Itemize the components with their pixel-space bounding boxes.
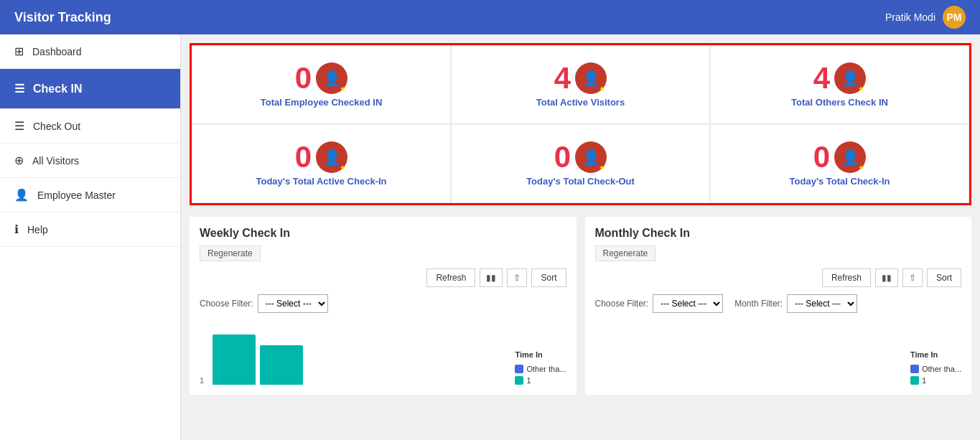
monthly-legend-item-1: Other tha... [910, 365, 961, 373]
stat-card-active-visitors: 4 👤 ★ Total Active Visitors [451, 45, 710, 124]
monthly-regenerate-button[interactable]: Regenerate [595, 245, 656, 261]
stat-label-today-active: Today's Total Active Check-In [256, 176, 386, 187]
stat-label-employee: Total Employee Checked IN [261, 97, 383, 108]
person-icon-2: 👤 [582, 70, 600, 87]
weekly-legend-label-1: Other tha... [526, 365, 566, 373]
stat-icon-employee: 👤 ★ [316, 62, 347, 94]
weekly-legend: Time In Other tha... 1 [515, 350, 566, 385]
star-icon-4: ★ [340, 164, 346, 172]
monthly-legend-label-1: Other tha... [922, 365, 961, 373]
stat-icon-active: 👤 ★ [575, 62, 607, 94]
monthly-filter-select[interactable]: --- Select --- [653, 294, 723, 313]
person-icon-4: 👤 [323, 149, 341, 166]
sidebar-label-dashboard: Dashboard [32, 46, 82, 57]
stat-top-today-checkin: 0 👤 ★ [813, 141, 866, 173]
avatar: PM [943, 6, 966, 29]
person-icon-5: 👤 [582, 149, 600, 166]
sidebar-label-employeemaster: Employee Master [37, 189, 116, 201]
sidebar-item-help[interactable]: ℹ Help [0, 212, 180, 247]
monthly-bars [604, 327, 897, 385]
weekly-upload-icon[interactable]: ⇧ [507, 268, 527, 287]
stat-icon-today-active: 👤 ★ [316, 141, 347, 173]
dashboard-icon: ⊞ [14, 45, 24, 58]
star-icon-6: ★ [858, 164, 864, 172]
weekly-sort-button[interactable]: Sort [531, 268, 566, 287]
weekly-legend-label-2: 1 [526, 376, 531, 385]
monthly-legend: Time In Other tha... 1 [910, 350, 961, 385]
weekly-regenerate-button[interactable]: Regenerate [200, 245, 261, 261]
weekly-chart-title: Weekly Check In [200, 227, 566, 240]
weekly-legend-item-1: Other tha... [515, 365, 566, 373]
charts-row: Weekly Check In Regenerate Refresh ▮▮ ⇧ … [190, 217, 971, 395]
person-icon-3: 👤 [841, 70, 859, 87]
stat-card-others: 4 👤 ★ Total Others Check IN [710, 45, 969, 124]
stat-number-employee: 0 [295, 63, 312, 93]
weekly-chart-toolbar: Refresh ▮▮ ⇧ Sort [200, 268, 566, 287]
stat-label-active: Total Active Visitors [536, 97, 625, 108]
monthly-legend-title: Time In [910, 350, 961, 359]
monthly-legend-label-2: 1 [922, 376, 926, 385]
monthly-sort-button[interactable]: Sort [927, 268, 961, 287]
monthly-refresh-button[interactable]: Refresh [822, 268, 871, 287]
weekly-legend-title: Time In [515, 350, 566, 359]
stat-card-employee: 0 👤 ★ Total Employee Checked IN [192, 45, 451, 124]
sidebar-item-dashboard[interactable]: ⊞ Dashboard [0, 34, 180, 69]
main-layout: ⊞ Dashboard ☰ Check IN ☰ Check Out ⊕ All… [0, 34, 980, 440]
weekly-refresh-button[interactable]: Refresh [426, 268, 475, 287]
stat-label-today-checkin: Today's Total Check-In [790, 176, 890, 187]
stat-number-active: 4 [554, 63, 571, 93]
stat-number-others: 4 [813, 63, 830, 93]
sidebar-item-employeemaster[interactable]: 👤 Employee Master [0, 178, 180, 212]
monthly-y-labels [595, 327, 598, 385]
stat-icon-today-checkin: 👤 ★ [834, 141, 866, 173]
star-icon-2: ★ [599, 85, 605, 93]
sidebar-item-checkin[interactable]: ☰ Check IN [0, 69, 180, 109]
app-header: Visitor Tracking Pratik Modi PM [0, 0, 980, 34]
weekly-filter-select[interactable]: --- Select --- [258, 294, 328, 313]
sidebar-label-checkout: Check Out [33, 121, 80, 132]
weekly-chart-panel: Weekly Check In Regenerate Refresh ▮▮ ⇧ … [190, 217, 577, 395]
monthly-month-filter-label: Month Filter: [734, 299, 783, 309]
stat-icon-others: 👤 ★ [834, 62, 866, 94]
app-title: Visitor Tracking [14, 10, 111, 25]
weekly-legend-item-2: 1 [515, 376, 566, 385]
monthly-chart-title: Monthly Check In [595, 227, 962, 240]
stat-label-others: Total Others Check IN [791, 97, 888, 108]
help-icon: ℹ [14, 223, 19, 236]
monthly-chart-filters: Choose Filter: --- Select --- Month Filt… [595, 294, 962, 313]
monthly-legend-dot-1 [910, 365, 919, 373]
stat-label-today-checkout: Today's Total Check-Out [526, 176, 635, 187]
monthly-legend-item-2: 1 [910, 376, 961, 385]
monthly-chart-panel: Monthly Check In Regenerate Refresh ▮▮ ⇧… [585, 217, 972, 395]
stat-card-today-active: 0 👤 ★ Today's Total Active Check-In [192, 124, 451, 203]
sidebar-label-allvisitors: All Visitors [32, 155, 79, 167]
stat-number-today-checkout: 0 [554, 142, 571, 172]
sidebar: ⊞ Dashboard ☰ Check IN ☰ Check Out ⊕ All… [0, 34, 181, 440]
monthly-barchart-icon[interactable]: ▮▮ [875, 268, 898, 287]
sidebar-item-checkout[interactable]: ☰ Check Out [0, 109, 180, 144]
allvisitors-icon: ⊕ [14, 154, 24, 167]
monthly-month-filter-select[interactable]: --- Select --- [787, 294, 857, 313]
stat-number-today-checkin: 0 [813, 142, 830, 172]
checkout-icon: ☰ [14, 119, 24, 133]
stat-icon-today-checkout: 👤 ★ [575, 141, 607, 173]
monthly-filter-label: Choose Filter: [595, 299, 649, 309]
sidebar-item-allvisitors[interactable]: ⊕ All Visitors [0, 144, 180, 178]
person-icon: 👤 [323, 70, 341, 87]
weekly-bars [213, 327, 502, 385]
checkin-icon: ☰ [14, 82, 24, 95]
stat-top-today-active: 0 👤 ★ [295, 141, 347, 173]
monthly-upload-icon[interactable]: ⇧ [902, 268, 923, 287]
weekly-filter-label: Choose Filter: [200, 299, 253, 309]
weekly-bar-2 [260, 345, 303, 385]
sidebar-label-help: Help [27, 224, 48, 235]
weekly-y-label-1: 1 [200, 376, 204, 385]
monthly-month-filter-group: Month Filter: --- Select --- [734, 294, 857, 313]
weekly-chart-filters: Choose Filter: --- Select --- [200, 294, 566, 313]
weekly-barchart-icon[interactable]: ▮▮ [480, 268, 503, 287]
weekly-bar-1 [213, 334, 256, 385]
monthly-legend-dot-2 [910, 376, 919, 385]
stat-card-today-checkout: 0 👤 ★ Today's Total Check-Out [451, 124, 710, 203]
employeemaster-icon: 👤 [14, 188, 29, 202]
stat-top-active: 4 👤 ★ [554, 62, 607, 94]
